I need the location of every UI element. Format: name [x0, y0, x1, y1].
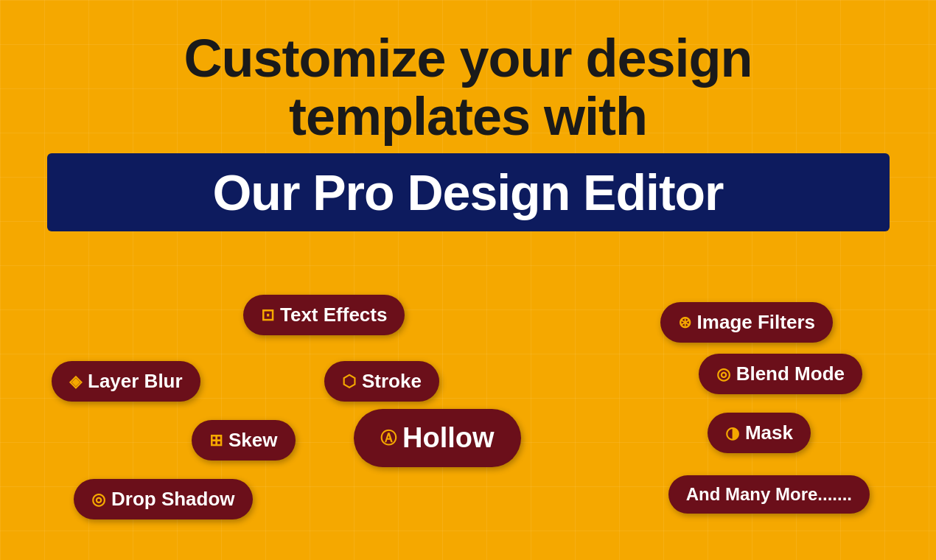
- image-filters-label: Image Filters: [697, 311, 815, 334]
- skew-label: Skew: [228, 429, 278, 452]
- headline-block: Customize your design templates with: [184, 29, 752, 146]
- headline-line1: Customize your design: [184, 29, 752, 88]
- main-content: Customize your design templates with Our…: [0, 0, 936, 231]
- badge-stroke[interactable]: ⬡Stroke: [324, 361, 439, 402]
- drop-shadow-label: Drop Shadow: [111, 488, 235, 511]
- badge-and-more[interactable]: And Many More.......: [668, 475, 870, 514]
- image-filters-icon: ⊛: [678, 313, 691, 332]
- blend-mode-label: Blend Mode: [736, 363, 845, 385]
- mask-label: Mask: [745, 421, 793, 444]
- layer-blur-icon: ◈: [69, 372, 82, 391]
- badge-drop-shadow[interactable]: ◎Drop Shadow: [74, 479, 253, 519]
- highlight-bar: Our Pro Design Editor: [47, 153, 890, 231]
- hollow-icon: Ⓐ: [380, 427, 397, 449]
- skew-icon: ⊞: [209, 431, 223, 450]
- stroke-label: Stroke: [362, 370, 422, 393]
- text-effects-icon: ⊡: [261, 306, 274, 325]
- badge-hollow[interactable]: ⒶHollow: [354, 409, 521, 467]
- layer-blur-label: Layer Blur: [88, 370, 183, 393]
- badge-layer-blur[interactable]: ◈Layer Blur: [52, 361, 200, 402]
- badge-mask[interactable]: ◑Mask: [708, 413, 811, 453]
- mask-icon: ◑: [725, 424, 739, 443]
- highlight-text: Our Pro Design Editor: [212, 164, 723, 220]
- headline-line2: templates with: [184, 88, 752, 146]
- badge-text-effects[interactable]: ⊡Text Effects: [243, 295, 405, 335]
- badges-area: ⊡Text Effects⊛Image Filters◈Layer Blur⬡S…: [0, 287, 936, 560]
- drop-shadow-icon: ◎: [91, 490, 105, 509]
- badge-image-filters[interactable]: ⊛Image Filters: [660, 302, 833, 343]
- hollow-label: Hollow: [402, 422, 495, 454]
- stroke-icon: ⬡: [342, 372, 356, 391]
- text-effects-label: Text Effects: [280, 304, 387, 326]
- badge-blend-mode[interactable]: ◎Blend Mode: [699, 354, 862, 394]
- blend-mode-icon: ◎: [716, 365, 730, 384]
- and-more-label: And Many More.......: [686, 484, 852, 505]
- badge-skew[interactable]: ⊞Skew: [192, 420, 296, 461]
